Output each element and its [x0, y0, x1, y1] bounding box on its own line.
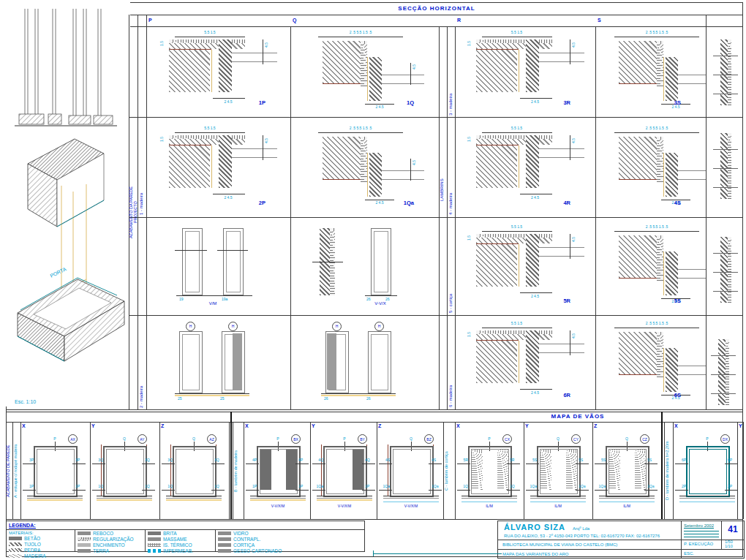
row-label-5: 5 - cortiça [448, 220, 453, 313]
tb-line [498, 540, 744, 540]
dim-line [175, 132, 245, 133]
material-label: REGULARIZAÇÃO [93, 537, 134, 542]
reboco-strip [169, 39, 245, 43]
reboco-strip [657, 41, 663, 86]
map-column-letter: X [245, 423, 249, 428]
tag-leader [211, 463, 225, 464]
jamb-hatch [526, 330, 539, 383]
dim-right: 4.5 [572, 237, 576, 242]
mini-reboco [728, 39, 731, 105]
map-column-letter: Z [161, 423, 164, 428]
bottom-label: ESC. [684, 551, 694, 556]
vao-code: V-V/X/M [388, 504, 434, 508]
tag-bottom-right: 1Qa [647, 485, 654, 488]
legend: LEGENDA: MATERIAIS: BETÃO TIJOLO PEDRA M… [6, 521, 365, 552]
architect-address: RUA DO ALEIXO, 53 - 2º 4150-043 PORTO TE… [504, 534, 660, 538]
tag-leader [246, 463, 259, 464]
dim-line [482, 328, 552, 328]
wall-block [476, 50, 517, 92]
dim-line [482, 132, 552, 133]
map-column-letter: X [456, 423, 460, 428]
detail-label: 1Qa [404, 200, 414, 206]
col-line [447, 26, 448, 409]
panel-right [635, 450, 646, 490]
legend-item: CORTIÇA [218, 542, 298, 548]
grid-cell-5S: 2 .5 5.5 1.5 .5 4.5 2 4.5 5S [595, 217, 706, 315]
tag-top: Q [619, 437, 634, 441]
mini-tick [713, 291, 738, 292]
dim-bottom: 2 4.5 [517, 100, 554, 104]
tag-leader [72, 490, 86, 491]
legend-divider [145, 529, 146, 551]
legend-item: BETÃO [9, 536, 72, 541]
legend-item: CONTRAPL. [218, 537, 298, 542]
tag-bottom-left: 1Qa [377, 485, 390, 488]
section-title: SECÇÃO HORIZONTAL [130, 6, 743, 12]
vao-circle: BY [358, 434, 367, 444]
tag-bottom-right: 1Qa [432, 485, 438, 488]
vao-frame [606, 446, 649, 497]
dim-top: 2 .5 5.5 1.5 .5 [318, 126, 403, 130]
dim-line [614, 37, 699, 37]
sill-cyan [599, 502, 655, 502]
vao-circle: DX [720, 434, 730, 444]
legend-item: MADEIRA [9, 553, 72, 559]
tag-leader [362, 490, 375, 491]
wall-edge [232, 53, 277, 53]
baseline [175, 393, 249, 394]
frame-line [619, 278, 657, 279]
title-block: ÁLVARO SIZA Arqº Lda RUA DO ALEIXO, 53 -… [497, 521, 745, 559]
tag-leader [72, 463, 86, 464]
legend-item: GESSO CARTONADO [218, 548, 298, 553]
mini-wall-section [713, 38, 741, 108]
baseline [317, 496, 372, 496]
tag-bottom-left: 1Qa [311, 485, 323, 488]
vao-frame [537, 446, 581, 497]
grid-cell-2P: 5.5 1.5 4.5 2 4.5 1.5 2P [146, 117, 290, 217]
wall-block [323, 41, 361, 83]
material-label: BRITA [163, 531, 177, 536]
frame-slot [663, 251, 664, 295]
tb-line [681, 521, 682, 558]
mini-reboco [728, 133, 731, 199]
vao-elevation: CY Q 5S 5S 1Qa 1Qa IL/M [524, 434, 592, 515]
project-name: BIBLIOTECA MUNICIPAL DE VIANA DO CASTELO… [502, 542, 617, 547]
wall-edge [232, 157, 277, 158]
tag-leader [457, 490, 470, 491]
row-group-label-2: 2 - madeira [139, 219, 143, 408]
dim-line [570, 330, 570, 355]
mini-wall-section [713, 235, 741, 306]
baseline [383, 496, 439, 496]
detail-label: 3S [674, 100, 681, 106]
baseline [250, 496, 306, 496]
plan-corner-detail: 2 .5 5.5 1.5 .5 4.5 2 4.5 [301, 31, 429, 110]
vao-frame-inner [106, 449, 144, 494]
jamb-hatch [526, 39, 539, 92]
vao-frame [468, 446, 512, 497]
vao-code: IL/M [603, 504, 650, 508]
tag-leader [312, 490, 325, 491]
map-column-letter: Y [312, 423, 315, 428]
tag-top: Q [186, 437, 201, 441]
baseline-2 [383, 498, 439, 499]
baseline-2 [679, 498, 735, 499]
legend-column: VIDRO CONTRAPL. CORTIÇA GESSO CARTONADO [218, 531, 298, 554]
grid-column-letter: R [457, 18, 461, 23]
vao-circle-label: AZ [209, 437, 214, 442]
wall-block [619, 235, 657, 278]
dim-top: 2 .5 5.5 1.5 .5 [614, 225, 699, 229]
dim-line [570, 39, 570, 64]
dim-line [410, 63, 411, 85]
tag-bottom-right: 1P [365, 485, 369, 488]
grid-cell: H H 25 25 [146, 315, 290, 409]
plan-corner-detail: 5.5 1.5 4.5 2 4.5 1.5 [461, 322, 589, 401]
dim-left: 1.5 [467, 235, 471, 241]
tb-rule [684, 537, 719, 537]
baseline [27, 496, 83, 496]
shaded-elevation-pair: H H 25 25 [154, 322, 282, 401]
dim-line [175, 37, 245, 37]
jamb-hatch [666, 251, 678, 295]
material-swatch [148, 531, 161, 535]
wall-finish-label-secondary: PROJECTO [134, 168, 138, 256]
baseline-2 [97, 498, 152, 499]
